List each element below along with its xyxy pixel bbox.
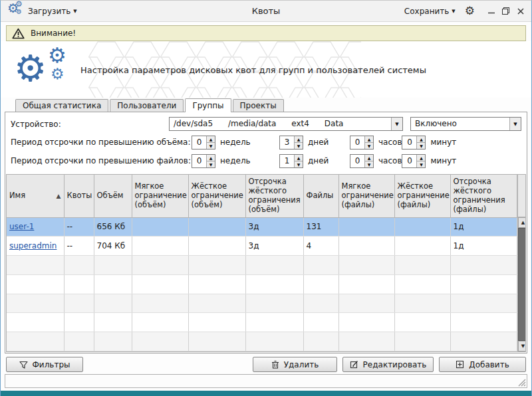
- edit-pencil-icon: [350, 360, 358, 369]
- unit-label: недель: [220, 156, 251, 165]
- close-button[interactable]: [516, 7, 525, 15]
- spin-up-icon[interactable]: ▲: [417, 155, 425, 161]
- table-cell: 656 Кб: [94, 217, 132, 237]
- table-row-empty: [7, 332, 517, 351]
- unit-label: недель: [220, 138, 251, 147]
- table-cell: [303, 256, 338, 275]
- table-cell: [132, 313, 188, 332]
- group-link[interactable]: user-1: [9, 222, 34, 231]
- table-cell: [64, 274, 94, 294]
- scrollbar-thumb[interactable]: [518, 228, 527, 341]
- table-cell: [64, 332, 94, 351]
- table-cell: [64, 256, 94, 275]
- spinbox-дней[interactable]: 3▲▼: [279, 136, 303, 149]
- column-header[interactable]: Мягкое ограничение (объём): [132, 175, 188, 217]
- spinbox-минут[interactable]: 0▲▼: [402, 154, 426, 168]
- tab-Группы[interactable]: Группы: [185, 98, 231, 112]
- grace-section: Период отсрочки по превышению объёма:0▲▼…: [5, 133, 527, 170]
- group-link[interactable]: superadmin: [9, 241, 57, 250]
- column-header[interactable]: Жёсткое ограничение (объём): [188, 175, 245, 217]
- column-header[interactable]: Объём: [94, 175, 132, 217]
- table-cell: [394, 294, 450, 313]
- table-cell: [450, 313, 517, 332]
- table-row[interactable]: user-1--656 Кб3д1311д: [7, 217, 517, 237]
- scroll-down-icon[interactable]: ▼: [518, 341, 527, 351]
- vertical-scrollbar[interactable]: ▲ ▼: [517, 175, 527, 351]
- table-cell: 131: [303, 217, 338, 237]
- spin-value: 0: [350, 155, 364, 167]
- spin-up-icon[interactable]: ▲: [365, 136, 373, 143]
- minimize-button[interactable]: [487, 7, 495, 15]
- spinbox-недель[interactable]: 0▲▼: [192, 136, 215, 149]
- spin-up-icon[interactable]: ▲: [207, 155, 215, 161]
- table-cell: [188, 332, 245, 351]
- column-header[interactable]: Мягкое ограничение (файлы): [338, 175, 394, 217]
- tab-Проекты[interactable]: Проекты: [233, 99, 284, 112]
- chevron-down-icon: ▼: [452, 9, 455, 14]
- tab-bar: Общая статистикаПользователиГруппыПроект…: [1, 98, 531, 112]
- filters-button[interactable]: Фильтры: [6, 357, 83, 372]
- spin-down-icon[interactable]: ▼: [365, 161, 373, 167]
- save-menu[interactable]: Сохранить ▼: [404, 7, 456, 16]
- spin-down-icon[interactable]: ▼: [295, 143, 303, 149]
- spin-value: 0: [192, 136, 206, 149]
- column-header-label: Отсрочка жёсткого ограничения (файлы): [454, 177, 505, 213]
- edit-button[interactable]: Редактировать: [342, 357, 434, 372]
- table-cell: [245, 256, 303, 275]
- table-cell: [188, 217, 245, 237]
- table-cell: [450, 274, 517, 294]
- table-cell: [394, 237, 450, 256]
- spinbox-минут[interactable]: 0▲▼: [402, 136, 426, 149]
- status-bar: [5, 374, 527, 388]
- spin-up-icon[interactable]: ▲: [365, 155, 373, 161]
- table-cell: [303, 332, 338, 351]
- resize-grip[interactable]: [517, 377, 526, 387]
- table-cell: user-1: [7, 217, 64, 237]
- chevron-down-icon[interactable]: ▼: [509, 118, 521, 130]
- spinbox-недель[interactable]: 0▲▼: [192, 154, 215, 168]
- spin-up-icon[interactable]: ▲: [295, 136, 303, 143]
- column-header-label: Мягкое ограничение (файлы): [342, 181, 394, 209]
- spin-up-icon[interactable]: ▲: [207, 136, 215, 143]
- chevron-down-icon[interactable]: ▼: [391, 118, 402, 130]
- column-header[interactable]: Жёсткое ограничение (файлы): [394, 175, 450, 217]
- spin-down-icon[interactable]: ▼: [207, 143, 215, 149]
- add-button[interactable]: Добавить: [439, 357, 526, 372]
- tab-Общая статистика[interactable]: Общая статистика: [15, 99, 108, 112]
- device-select[interactable]: /dev/sda5 /media/data ext4 Data ▼: [169, 117, 403, 131]
- table-row[interactable]: superadmin--704 Кб3д41д: [7, 237, 517, 256]
- table-cell: [303, 274, 338, 294]
- quota-status-select[interactable]: Включено ▼: [410, 117, 521, 131]
- spinbox-дней[interactable]: 1▲▼: [279, 154, 303, 168]
- delete-button[interactable]: Удалить: [253, 357, 337, 372]
- column-header-label: Файлы: [307, 191, 334, 200]
- settings-gear-icon[interactable]: ⚙: [465, 5, 475, 17]
- spin-down-icon[interactable]: ▼: [207, 161, 215, 167]
- table-cell: [64, 313, 94, 332]
- spinbox-часов[interactable]: 0▲▼: [350, 136, 374, 149]
- column-header[interactable]: Квоты: [64, 175, 94, 217]
- table-cell: [338, 217, 394, 237]
- table-cell: [132, 217, 188, 237]
- tab-Пользователи[interactable]: Пользователи: [110, 99, 184, 112]
- column-header[interactable]: Отсрочка жёсткого ограничения (файлы): [450, 175, 517, 217]
- table-header-row: Имя▲КвотыОбъёмМягкое ограничение (объём)…: [7, 175, 517, 217]
- column-header[interactable]: Файлы: [303, 175, 338, 217]
- scroll-up-icon[interactable]: ▲: [518, 217, 527, 228]
- table-cell: [64, 294, 94, 313]
- column-header[interactable]: Имя▲: [7, 175, 64, 217]
- spin-down-icon[interactable]: ▼: [417, 143, 425, 149]
- spin-up-icon[interactable]: ▲: [417, 136, 425, 143]
- spin-down-icon[interactable]: ▼: [417, 161, 425, 167]
- table-cell: [94, 332, 132, 351]
- load-menu[interactable]: Загрузить ▼: [28, 7, 77, 16]
- table-cell: 3д: [245, 217, 303, 237]
- grace-period-row: Период отсрочки по превышению объёма:0▲▼…: [5, 133, 527, 151]
- maximize-button[interactable]: [501, 7, 510, 15]
- spin-down-icon[interactable]: ▼: [365, 143, 373, 149]
- column-header[interactable]: Отсрочка жёсткого ограничения (объём): [245, 175, 303, 217]
- table-cell: [394, 217, 450, 237]
- spinbox-часов[interactable]: 0▲▼: [350, 154, 374, 168]
- spin-down-icon[interactable]: ▼: [295, 161, 303, 167]
- spin-up-icon[interactable]: ▲: [295, 155, 303, 161]
